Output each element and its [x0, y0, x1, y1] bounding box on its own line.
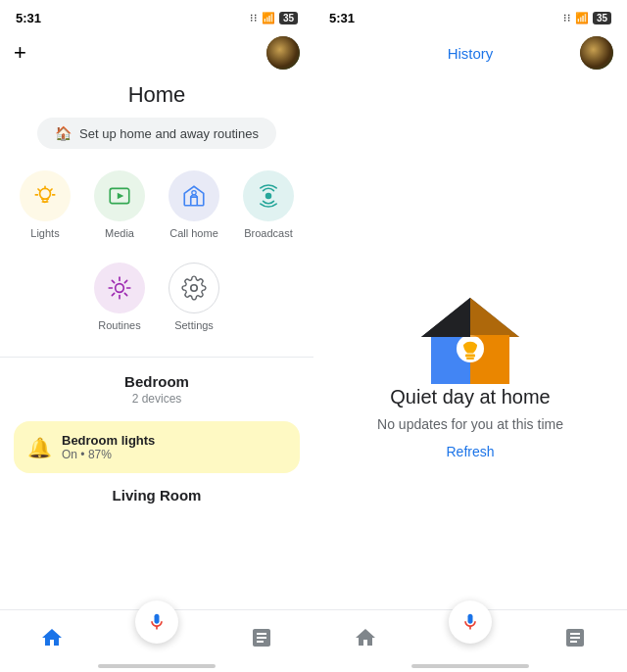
left-home-indicator: [98, 664, 216, 668]
signal-icon: ⁝⁝: [250, 12, 258, 24]
home-away-icon: 🏠: [55, 125, 72, 141]
right-avatar[interactable]: [580, 36, 613, 70]
left-mic-button[interactable]: [105, 612, 210, 644]
quiet-title: Quiet day at home: [390, 386, 550, 408]
svg-line-10: [112, 280, 114, 282]
svg-marker-22: [421, 298, 470, 337]
bedroom-card[interactable]: 🔔 Bedroom lights On • 87%: [14, 421, 300, 473]
refresh-button[interactable]: Refresh: [446, 444, 494, 459]
icons-grid-row2: Routines Settings: [0, 255, 314, 339]
media-label: Media: [105, 227, 134, 239]
media-icon-item[interactable]: Media: [84, 163, 155, 247]
right-main-content: Quiet day at home No updates for you at …: [314, 74, 627, 672]
right-status-icons: ⁝⁝ 📶 35: [563, 12, 611, 24]
svg-marker-2: [118, 193, 124, 200]
livingroom-title: Living Room: [0, 487, 314, 504]
svg-line-13: [124, 280, 126, 282]
left-avatar[interactable]: [266, 36, 300, 70]
broadcast-circle: [243, 170, 294, 221]
callhome-icon-item[interactable]: Call home: [159, 163, 229, 247]
left-nav-home[interactable]: [0, 626, 105, 649]
routine-banner-text: Set up home and away routines: [79, 126, 259, 141]
section-divider: [0, 357, 314, 358]
lights-circle: [20, 170, 71, 221]
left-status-bar: 5:31 ⁝⁝ 📶 35: [0, 0, 314, 31]
right-wifi-icon: 📶: [575, 12, 589, 24]
routines-circle: [94, 263, 145, 313]
right-screen: 5:31 ⁝⁝ 📶 35 History: [314, 0, 627, 672]
add-button[interactable]: +: [14, 40, 26, 66]
bedroom-light-icon: 🔔: [27, 436, 52, 459]
bedroom-subtitle: 2 devices: [0, 392, 314, 406]
bedroom-device-status: On • 87%: [62, 448, 155, 461]
left-bottom-nav: [0, 609, 314, 672]
bedroom-card-info: Bedroom lights On • 87%: [62, 433, 155, 461]
wifi-icon: 📶: [262, 12, 275, 24]
page-title: Home: [0, 74, 314, 118]
right-status-bar: 5:31 ⁝⁝ 📶 35: [314, 0, 627, 31]
right-nav-home[interactable]: [314, 626, 418, 649]
right-mic-button[interactable]: [418, 612, 523, 644]
callhome-label: Call home: [169, 227, 218, 239]
lights-label: Lights: [30, 227, 59, 239]
media-circle: [94, 170, 145, 221]
routines-icon-item[interactable]: Routines: [84, 255, 155, 339]
right-home-indicator: [411, 664, 529, 668]
callhome-circle: [169, 170, 219, 221]
right-time: 5:31: [329, 11, 355, 25]
routines-label: Routines: [98, 319, 140, 331]
quiet-subtitle: No updates for you at this time: [377, 416, 563, 432]
right-signal-icon: ⁝⁝: [563, 12, 571, 24]
broadcast-label: Broadcast: [244, 227, 293, 239]
left-nav-feed[interactable]: [209, 626, 314, 649]
svg-line-11: [124, 293, 126, 295]
svg-point-3: [192, 191, 196, 195]
right-bottom-nav: [314, 609, 627, 672]
right-nav-feed[interactable]: [522, 626, 627, 649]
right-battery-badge: 35: [593, 12, 611, 24]
svg-point-0: [40, 188, 51, 199]
svg-rect-20: [465, 354, 475, 357]
settings-circle: [169, 263, 219, 313]
house-illustration: [411, 288, 529, 386]
icons-grid-row1: Lights Media Call home: [0, 163, 314, 247]
left-status-icons: ⁝⁝ 📶 35: [250, 12, 298, 24]
left-time: 5:31: [16, 11, 41, 25]
bedroom-device-name: Bedroom lights: [62, 433, 155, 448]
left-screen: 5:31 ⁝⁝ 📶 35 + Home 🏠 Set up home and aw…: [0, 0, 314, 672]
svg-line-12: [112, 293, 114, 295]
svg-rect-21: [466, 358, 474, 360]
svg-marker-23: [470, 298, 519, 337]
history-link[interactable]: History: [448, 45, 494, 62]
bedroom-title: Bedroom: [0, 373, 314, 390]
settings-label: Settings: [174, 319, 214, 331]
battery-badge: 35: [279, 12, 298, 24]
lights-icon-item[interactable]: Lights: [10, 163, 80, 247]
right-header: History: [314, 31, 627, 74]
settings-icon-item[interactable]: Settings: [159, 255, 229, 339]
routine-banner[interactable]: 🏠 Set up home and away routines: [37, 118, 276, 149]
left-header: +: [0, 31, 314, 74]
svg-point-4: [265, 193, 272, 200]
broadcast-icon-item[interactable]: Broadcast: [233, 163, 304, 247]
svg-point-14: [191, 285, 198, 292]
svg-point-5: [116, 284, 124, 293]
